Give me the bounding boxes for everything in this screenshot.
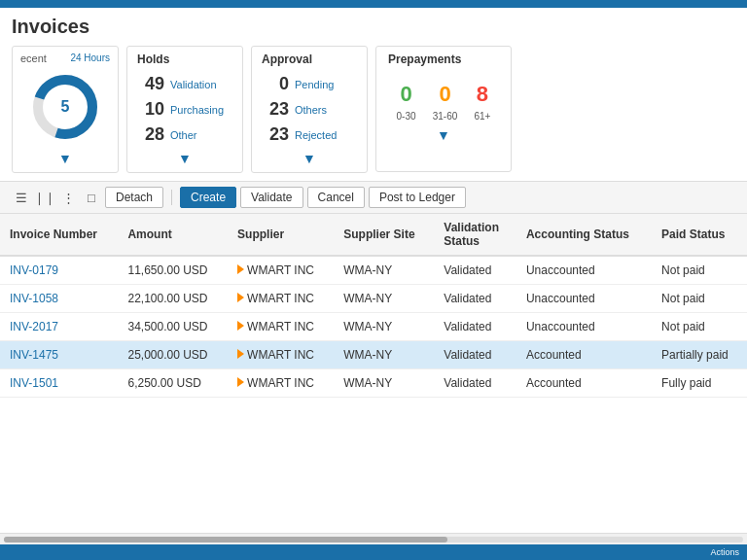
holds-label-2[interactable]: Other [170, 129, 197, 141]
cell-invoice-1[interactable]: INV-1058 [0, 285, 118, 313]
cancel-button[interactable]: Cancel [307, 187, 365, 208]
approval-label-1[interactable]: Others [295, 104, 327, 116]
invoice-link-3[interactable]: INV-1475 [10, 348, 58, 362]
toolbar: ☰ ❘❘ ⋮ □ Detach Create Validate Cancel P… [0, 182, 747, 214]
cell-paid-0: Not paid [652, 256, 747, 285]
cell-accounting-3: Accounted [516, 341, 652, 369]
holds-label-1[interactable]: Purchasing [170, 104, 224, 116]
col-invoice-number: Invoice Number [0, 214, 118, 256]
col-amount: Amount [118, 214, 228, 256]
holds-count-1: 10 [137, 99, 164, 120]
page-title: Invoices [12, 16, 735, 38]
column-icon[interactable]: ⋮ [58, 188, 78, 207]
cell-invoice-2[interactable]: INV-2017 [0, 313, 118, 341]
donut-chart: 5 [31, 73, 99, 141]
table-row[interactable]: INV-0179 11,650.00 USD WMART INC WMA-NY … [0, 256, 747, 285]
scrollbar-track[interactable] [4, 537, 743, 542]
approval-row-1: 23 Others [262, 99, 357, 120]
prepay-item-2: 8 61+ [474, 82, 490, 122]
approval-label-0[interactable]: Pending [295, 79, 334, 90]
cell-amount-4: 6,250.00 USD [118, 369, 228, 398]
bottom-text: Actions [710, 547, 739, 557]
holds-row-0: 49 Validation [137, 74, 232, 94]
cell-amount-1: 22,100.00 USD [118, 285, 228, 313]
cell-accounting-2: Unaccounted [516, 313, 652, 341]
prepay-range-1: 31-60 [433, 111, 458, 122]
holds-title: Holds [137, 52, 232, 66]
col-paid-status: Paid Status [652, 214, 747, 256]
bottom-bar: Actions [0, 544, 747, 560]
post-to-ledger-button[interactable]: Post to Ledger [369, 187, 466, 208]
header-area: Invoices ecent 24 Hours 5 [0, 8, 747, 182]
prepay-count-2: 8 [477, 82, 488, 107]
prepayments-card: Prepayments 0 0-30 0 31-60 8 61+ ▼ [375, 46, 512, 172]
cell-site-2: WMA-NY [334, 313, 434, 341]
cell-amount-2: 34,500.00 USD [118, 313, 228, 341]
horizontal-scrollbar[interactable] [0, 533, 747, 544]
prepay-count-1: 0 [439, 82, 450, 107]
create-button[interactable]: Create [180, 187, 236, 208]
holds-count-0: 49 [137, 74, 164, 94]
cell-supplier-4: WMART INC [228, 369, 334, 398]
cell-validation-4: Validated [434, 369, 516, 398]
cell-paid-1: Not paid [652, 285, 747, 313]
detach-icon[interactable]: □ [82, 188, 101, 207]
donut-center-value: 5 [61, 98, 70, 116]
view-icon[interactable]: ☰ [12, 188, 31, 207]
recent-card: ecent 24 Hours 5 ▼ [12, 46, 119, 173]
col-validation-status: ValidationStatus [434, 214, 516, 256]
cell-invoice-3[interactable]: INV-1475 [0, 341, 118, 369]
col-supplier-site: Supplier Site [334, 214, 434, 256]
holds-row-1: 10 Purchasing [137, 99, 232, 120]
holds-count-2: 28 [137, 124, 164, 145]
table-container[interactable]: Invoice Number Amount Supplier Supplier … [0, 214, 747, 533]
freeze-icon[interactable]: ❘❘ [35, 188, 54, 207]
invoice-link-2[interactable]: INV-2017 [10, 320, 58, 333]
cell-invoice-0[interactable]: INV-0179 [0, 256, 118, 285]
prepay-item-0: 0 0-30 [397, 82, 416, 122]
approval-count-0: 0 [262, 74, 289, 94]
prepay-range-2: 61+ [474, 111, 490, 122]
cell-accounting-4: Accounted [516, 369, 652, 398]
table-row[interactable]: INV-1501 6,250.00 USD WMART INC WMA-NY V… [0, 369, 747, 398]
invoices-table: Invoice Number Amount Supplier Supplier … [0, 214, 747, 398]
cell-site-3: WMA-NY [334, 341, 434, 369]
cell-supplier-0: WMART INC [228, 256, 334, 285]
cell-amount-0: 11,650.00 USD [118, 256, 228, 285]
approval-label-2[interactable]: Rejected [295, 129, 337, 141]
approval-count-1: 23 [262, 99, 289, 120]
cell-validation-2: Validated [434, 313, 516, 341]
invoice-link-0[interactable]: INV-0179 [10, 263, 58, 277]
approval-row-2: 23 Rejected [262, 124, 357, 145]
cell-amount-3: 25,000.00 USD [118, 341, 228, 369]
cell-validation-0: Validated [434, 256, 516, 285]
holds-label-0[interactable]: Validation [170, 79, 217, 90]
cell-validation-3: Validated [434, 341, 516, 369]
recent-sublabel: 24 Hours [70, 52, 110, 63]
invoice-link-4[interactable]: INV-1501 [10, 376, 58, 390]
validate-button[interactable]: Validate [240, 187, 302, 208]
holds-dropdown[interactable]: ▼ [137, 151, 232, 166]
prepayments-dropdown[interactable]: ▼ [388, 127, 499, 143]
table-row[interactable]: INV-2017 34,500.00 USD WMART INC WMA-NY … [0, 313, 747, 341]
detach-button[interactable]: Detach [105, 187, 163, 208]
cell-site-0: WMA-NY [334, 256, 434, 285]
cell-validation-1: Validated [434, 285, 516, 313]
approval-dropdown[interactable]: ▼ [262, 151, 357, 166]
cell-invoice-4[interactable]: INV-1501 [0, 369, 118, 398]
toolbar-separator [171, 190, 172, 205]
prepay-item-1: 0 31-60 [433, 82, 458, 122]
prepay-range-0: 0-30 [397, 111, 416, 122]
holds-row-2: 28 Other [137, 124, 232, 145]
cell-supplier-3: WMART INC [228, 341, 334, 369]
app-container: Invoices ecent 24 Hours 5 [0, 0, 747, 560]
holds-card: Holds 49 Validation 10 Purchasing 28 Oth… [126, 46, 243, 173]
table-row[interactable]: INV-1475 25,000.00 USD WMART INC WMA-NY … [0, 341, 747, 369]
cell-site-4: WMA-NY [334, 369, 434, 398]
table-row[interactable]: INV-1058 22,100.00 USD WMART INC WMA-NY … [0, 285, 747, 313]
recent-dropdown[interactable]: ▼ [20, 151, 110, 166]
prepay-count-0: 0 [400, 82, 411, 107]
prepayments-title: Prepayments [388, 52, 499, 66]
scrollbar-thumb[interactable] [4, 537, 447, 542]
invoice-link-1[interactable]: INV-1058 [10, 292, 58, 305]
